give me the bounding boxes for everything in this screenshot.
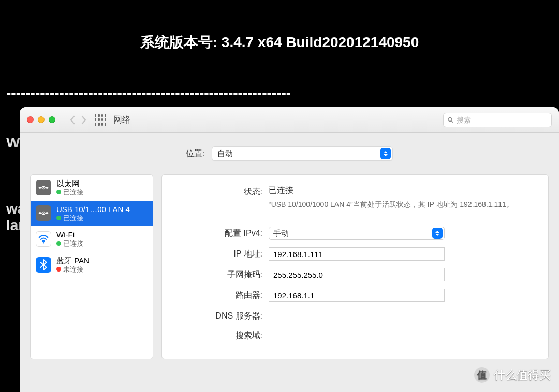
svg-rect-8 (39, 213, 41, 214)
window-title: 网络 (113, 114, 131, 126)
location-select[interactable]: 自动 (212, 146, 393, 161)
close-button[interactable] (27, 116, 34, 123)
location-row: 位置: 自动 (20, 133, 559, 174)
network-preferences-window: 网络 位置: 自动 以太网已连接USB 10/1…00 LAN 4已连接Wi-F… (20, 107, 559, 392)
sidebar-item-status: 未连接 (56, 265, 90, 274)
ipv4-config-value: 手动 (273, 229, 432, 238)
sidebar-item-status: 已连接 (56, 188, 83, 197)
sidebar-item[interactable]: USB 10/1…00 LAN 4已连接 (31, 201, 153, 227)
location-label: 位置: (186, 148, 204, 159)
status-description: “USB 10/100/1000 LAN 4”当前处于活跃状态，其 IP 地址为… (269, 199, 535, 210)
terminal-divider: ----------------------------------------… (6, 85, 553, 101)
svg-point-0 (448, 117, 452, 121)
sidebar-item-name: 蓝牙 PAN (56, 256, 90, 265)
minimize-button[interactable] (38, 116, 45, 123)
search-icon (448, 116, 453, 124)
subnet-mask-label: 子网掩码: (175, 268, 269, 280)
watermark: 值 什么值得买 (474, 367, 551, 383)
ip-address-input[interactable] (269, 247, 445, 261)
status-dot-icon (56, 190, 61, 194)
back-button[interactable] (67, 113, 78, 127)
forward-button[interactable] (78, 113, 90, 127)
svg-rect-2 (39, 187, 41, 188)
watermark-badge: 值 (474, 367, 490, 383)
ethernet-icon (36, 180, 51, 195)
status-dot-icon (56, 216, 61, 220)
status-value: 已连接 (269, 185, 535, 196)
dns-label: DNS 服务器: (175, 309, 269, 322)
svg-point-5 (43, 187, 44, 188)
search-domain-label: 搜索域: (175, 329, 269, 341)
ipv4-config-label: 配置 IPv4: (175, 227, 269, 239)
show-all-icon[interactable] (95, 114, 106, 126)
status-label: 状态: (175, 185, 269, 198)
sidebar-item[interactable]: 以太网已连接 (31, 175, 153, 201)
bluetooth-icon (36, 257, 51, 273)
svg-line-1 (451, 120, 453, 122)
svg-point-14 (43, 242, 45, 244)
svg-point-11 (43, 213, 44, 214)
sidebar-item[interactable]: 蓝牙 PAN未连接 (31, 252, 153, 278)
window-controls (27, 116, 55, 123)
status-dot-icon (56, 241, 61, 246)
terminal-title: 系统版本号: 3.4.7 x64 Build202012140950 (6, 34, 553, 52)
router-label: 路由器: (175, 289, 269, 301)
ipv4-config-select[interactable]: 手动 (269, 227, 445, 240)
location-value: 自动 (217, 149, 380, 159)
svg-rect-9 (46, 213, 48, 214)
titlebar: 网络 (20, 107, 559, 133)
sidebar-item-status: 已连接 (56, 214, 130, 222)
svg-rect-3 (46, 187, 48, 188)
chevron-updown-icon (380, 148, 391, 159)
sidebar-item-status: 已连接 (56, 239, 83, 248)
sidebar-item-name: 以太网 (56, 179, 83, 188)
search-field[interactable] (443, 113, 552, 127)
watermark-text: 什么值得买 (494, 367, 551, 383)
search-input[interactable] (457, 116, 547, 124)
status-dot-icon (56, 267, 61, 272)
sidebar-item[interactable]: Wi-Fi已连接 (31, 226, 153, 252)
sidebar-item-name: USB 10/1…00 LAN 4 (56, 205, 130, 214)
subnet-mask-input[interactable] (269, 268, 445, 281)
router-input[interactable] (269, 289, 445, 302)
interface-sidebar: 以太网已连接USB 10/1…00 LAN 4已连接Wi-Fi已连接蓝牙 PAN… (30, 174, 153, 359)
sidebar-item-name: Wi-Fi (56, 230, 83, 239)
chevron-updown-icon (432, 228, 443, 239)
detail-panel: 状态: 已连接 “USB 10/100/1000 LAN 4”当前处于活跃状态，… (161, 174, 549, 359)
zoom-button[interactable] (49, 116, 55, 123)
ethernet-icon (36, 205, 51, 221)
ip-address-label: IP 地址: (175, 247, 269, 260)
wifi-icon (36, 231, 51, 247)
